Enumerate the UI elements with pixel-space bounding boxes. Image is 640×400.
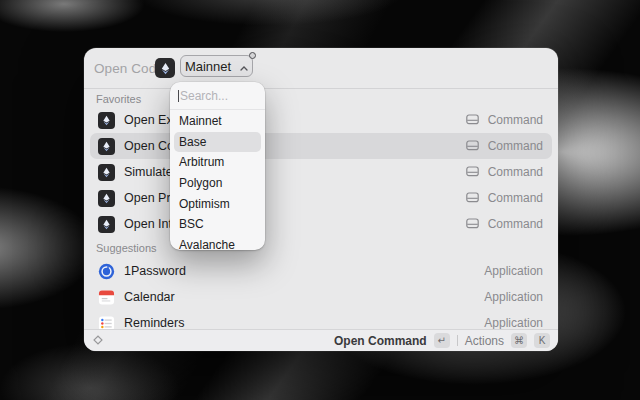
dropdown-option-arbitrum[interactable]: Arbitrum <box>174 152 261 173</box>
dropdown-search-input[interactable]: Search... <box>170 82 265 109</box>
status-dot-badge <box>249 52 256 59</box>
ethereum-app-icon <box>155 58 175 78</box>
list-item-open-code-selected[interactable]: Open Code E Command <box>90 133 552 159</box>
list-item-calendar[interactable]: Calendar Application <box>90 284 552 310</box>
search-bar[interactable]: Open Code Mainnet <box>84 48 558 88</box>
return-key-badge: ↵ <box>434 333 450 348</box>
actions-button[interactable]: Actions <box>465 334 504 348</box>
item-type: Application <box>484 316 543 330</box>
item-type: Command <box>488 139 543 153</box>
item-title: 1Password <box>124 264 186 278</box>
item-type: Command <box>488 217 543 231</box>
dropdown-option-mainnet[interactable]: Mainnet <box>174 111 261 132</box>
item-title: Calendar <box>124 290 175 304</box>
section-header-suggestions: Suggestions <box>96 242 157 254</box>
dropdown-option-list: Mainnet Base Arbitrum Polygon Optimism B… <box>174 111 261 255</box>
list-item-simulate-transaction[interactable]: Simulate Trans Command <box>90 159 552 185</box>
item-type: Command <box>488 191 543 205</box>
ethereum-icon <box>98 138 115 155</box>
action-bar: Open Command ↵ Actions ⌘ K <box>84 329 558 351</box>
dropdown-option-avalanche[interactable]: Avalanche <box>174 235 261 256</box>
list-item-open-explorer[interactable]: Open Explorer Command <box>90 107 552 133</box>
external-drive-icon <box>466 215 479 233</box>
section-header-favorites: Favorites <box>96 93 141 105</box>
network-selector-dropdown[interactable]: Mainnet <box>180 55 253 77</box>
desktop-background: Open Code Mainnet Favorites Open Explore… <box>0 0 640 400</box>
external-drive-icon <box>466 163 479 181</box>
item-type: Application <box>484 264 543 278</box>
ethereum-icon <box>98 112 115 129</box>
divider <box>170 109 265 110</box>
command-key-badge: ⌘ <box>511 333 527 348</box>
search-placeholder: Search... <box>180 89 228 103</box>
command-palette-window: Open Code Mainnet Favorites Open Explore… <box>84 48 558 351</box>
dropdown-option-base[interactable]: Base <box>174 132 261 153</box>
divider <box>84 88 558 89</box>
item-type: Application <box>484 290 543 304</box>
list-item-open-intel[interactable]: Open Intel EV Command <box>90 211 552 237</box>
item-title: Reminders <box>124 316 184 330</box>
external-drive-icon <box>466 137 479 155</box>
ethereum-icon <box>98 216 115 233</box>
text-caret <box>178 90 179 102</box>
diamond-icon <box>92 332 104 350</box>
external-drive-icon <box>466 111 479 129</box>
divider <box>457 335 458 346</box>
chevron-up-icon <box>240 59 248 74</box>
list-item-open-profile[interactable]: Open Profile Command <box>90 185 552 211</box>
list-item-1password[interactable]: 1Password Application <box>90 258 552 284</box>
dropdown-option-optimism[interactable]: Optimism <box>174 193 261 214</box>
network-dropdown-panel: Search... Mainnet Base Arbitrum Polygon … <box>170 82 265 250</box>
calendar-icon <box>98 289 115 306</box>
ethereum-icon <box>98 190 115 207</box>
item-type: Command <box>488 113 543 127</box>
k-key-badge: K <box>534 333 550 348</box>
external-drive-icon <box>466 189 479 207</box>
dropdown-option-polygon[interactable]: Polygon <box>174 173 261 194</box>
network-selector-value: Mainnet <box>185 59 231 74</box>
1password-icon <box>98 263 115 280</box>
dropdown-option-bsc[interactable]: BSC <box>174 214 261 235</box>
ethereum-icon <box>98 164 115 181</box>
open-command-button[interactable]: Open Command <box>334 334 427 348</box>
item-type: Command <box>488 165 543 179</box>
command-query-text: Open Code <box>94 61 164 76</box>
